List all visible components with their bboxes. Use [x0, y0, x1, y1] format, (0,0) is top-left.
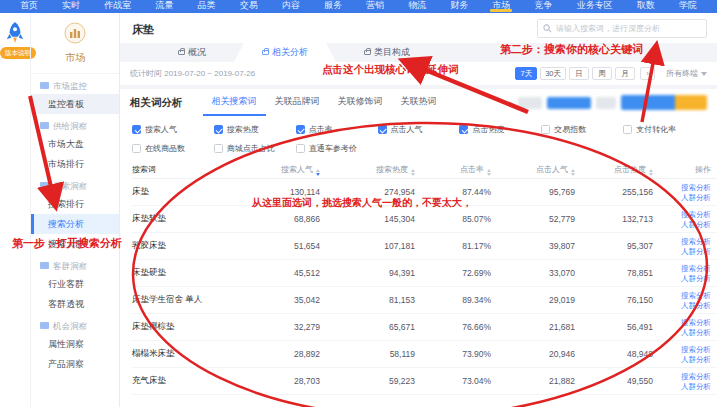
tab[interactable]: 相关分析 [234, 43, 336, 62]
col-click-heat[interactable]: 点击热度 [579, 164, 657, 176]
crowd-analysis-link[interactable]: 人群分析 [681, 247, 711, 256]
sidebar-entry[interactable]: 搜索排行 [31, 194, 119, 214]
keyword-cell[interactable]: 乳胶床垫 [132, 240, 232, 252]
sidebar-entry[interactable]: 搜索洞察 [31, 179, 119, 194]
nav-item[interactable]: 作战室 [100, 0, 135, 12]
crowd-analysis-link[interactable]: 人群分析 [681, 274, 711, 283]
sidebar-entry[interactable]: 供给洞察 [31, 119, 119, 134]
metric-checkbox[interactable]: 商城点击占比 [214, 143, 296, 154]
col-search-popularity[interactable]: 搜索人气 [232, 164, 324, 176]
col-click-rate[interactable]: 点击率 [419, 164, 495, 176]
crowd-analysis-link[interactable]: 人群分析 [681, 382, 711, 391]
nav-item[interactable]: 物流 [404, 0, 430, 12]
nav-item[interactable]: 服务 [320, 0, 346, 12]
search-analysis-link[interactable]: 搜索分析 [681, 345, 711, 354]
sidebar-entry[interactable]: 客群洞察 [31, 259, 119, 274]
nav-item[interactable]: 财务 [446, 0, 472, 12]
nav-item[interactable]: 市场 [488, 0, 514, 12]
rocket-icon[interactable] [5, 21, 25, 49]
keyword-cell[interactable]: 床垫椰棕垫 [132, 321, 232, 333]
crowd-analysis-link[interactable]: 人群分析 [681, 355, 711, 364]
metric-label: 点击人气 [391, 124, 423, 135]
sort-icon[interactable] [487, 169, 491, 176]
nav-item[interactable]: 业务专区 [573, 0, 617, 12]
keyword-cell[interactable]: 床垫学生宿舍 单人 [132, 294, 232, 306]
search-analysis-link[interactable]: 搜索分析 [681, 372, 711, 381]
search-analysis-link[interactable]: 搜索分析 [681, 183, 711, 192]
nav-item[interactable]: 流量 [151, 0, 177, 12]
subtab[interactable]: 关联修饰词 [329, 89, 392, 116]
keyword-cell[interactable]: 床垫软垫 [132, 213, 232, 225]
keyword-cell[interactable]: 榻榻米床垫 [132, 348, 232, 360]
sort-desc-icon[interactable] [316, 169, 320, 176]
metric-checkbox[interactable]: 点击率 [296, 124, 378, 135]
date-next-button[interactable]: › [640, 67, 655, 80]
date-range-button[interactable]: 月 [615, 67, 635, 80]
date-range-button[interactable]: 日 [569, 67, 589, 80]
nav-item[interactable]: 首页 [16, 0, 42, 12]
sidebar-entry[interactable]: 市场大盘 [31, 134, 119, 154]
search-analysis-link[interactable]: 搜索分析 [681, 237, 711, 246]
crowd-analysis-link[interactable]: 人群分析 [681, 193, 711, 202]
metric-checkbox[interactable]: 搜索人气 [132, 124, 214, 135]
metric-checkbox[interactable]: 搜索热度 [214, 124, 296, 135]
sidebar-entry[interactable]: 搜索分析 [31, 214, 119, 234]
col-search-heat[interactable]: 搜索热度 [324, 164, 419, 176]
tab[interactable]: 类目构成 [336, 43, 438, 62]
sidebar-entry[interactable]: 市场监控 [31, 79, 119, 94]
metric-checkbox[interactable]: 点击人气 [378, 124, 460, 135]
nav-item[interactable]: 竞争 [531, 0, 557, 12]
nav-item[interactable]: 品类 [194, 0, 220, 12]
nav-item[interactable]: 交易 [236, 0, 262, 12]
sort-icon[interactable] [571, 169, 575, 176]
metric-checkbox[interactable]: 点击热度 [459, 124, 541, 135]
metric-checkbox[interactable]: 交易指数 [541, 124, 623, 135]
search-analysis-link[interactable]: 搜索分析 [681, 318, 711, 327]
sidebar-entry[interactable]: 市场排行 [31, 154, 119, 174]
sidebar-entry[interactable]: 监控看板 [31, 94, 119, 114]
nav-item[interactable]: 实时 [58, 0, 84, 12]
keyword-cell[interactable]: 充气床垫 [132, 375, 232, 387]
sort-icon[interactable] [649, 169, 653, 176]
date-range-button[interactable]: 30天 [540, 67, 566, 80]
date-range-button[interactable]: 周 [592, 67, 612, 80]
blurred-button[interactable] [518, 97, 542, 109]
sidebar-entry[interactable]: 行业客群 [31, 274, 119, 294]
col-click-popularity[interactable]: 点击人气 [495, 164, 579, 176]
sort-icon[interactable] [411, 169, 415, 176]
search-input[interactable] [556, 24, 701, 33]
sidebar-entry[interactable]: 机会洞察 [31, 319, 119, 334]
nav-item[interactable]: 取数 [633, 0, 659, 12]
blurred-button[interactable] [547, 97, 591, 109]
metric-checkbox[interactable]: 直通车参考价 [296, 143, 378, 154]
subtab[interactable]: 关联品牌词 [266, 89, 329, 116]
nav-item[interactable]: 内容 [278, 0, 304, 12]
nav-item[interactable]: 学院 [675, 0, 701, 12]
keyword-cell[interactable]: 床垫 [132, 186, 232, 198]
subtab[interactable]: 相关搜索词 [203, 89, 266, 116]
metric-checkbox[interactable]: 支付转化率 [623, 124, 705, 135]
blurred-button[interactable] [675, 95, 707, 110]
terminal-dropdown[interactable]: 所有终端 [666, 68, 707, 79]
keyword-search-box[interactable] [537, 19, 707, 38]
date-range-button[interactable]: 7天 [515, 67, 537, 80]
crowd-analysis-link[interactable]: 人群分析 [681, 328, 711, 337]
crowd-analysis-link[interactable]: 人群分析 [681, 301, 711, 310]
keyword-cell[interactable]: 床垫硬垫 [132, 267, 232, 279]
search-analysis-link[interactable]: 搜索分析 [681, 210, 711, 219]
blurred-button[interactable] [596, 97, 616, 109]
sidebar-entry[interactable]: 属性洞察 [31, 334, 119, 354]
metric-checkbox[interactable]: 在线商品数 [132, 143, 214, 154]
tab-label: 相关分析 [272, 46, 308, 59]
subtab[interactable]: 关联热词 [392, 89, 446, 116]
search-analysis-link[interactable]: 搜索分析 [681, 291, 711, 300]
blurred-button[interactable] [621, 95, 675, 110]
sidebar-entry[interactable]: 搜索人群 [31, 234, 119, 254]
click-heat-cell: 78,851 [579, 268, 657, 278]
sidebar-entry[interactable]: 客群透视 [31, 294, 119, 314]
search-analysis-link[interactable]: 搜索分析 [681, 264, 711, 273]
crowd-analysis-link[interactable]: 人群分析 [681, 220, 711, 229]
tab[interactable]: 概况 [150, 43, 234, 62]
sidebar-entry[interactable]: 产品洞察 [31, 354, 119, 374]
nav-item[interactable]: 营销 [362, 0, 388, 12]
